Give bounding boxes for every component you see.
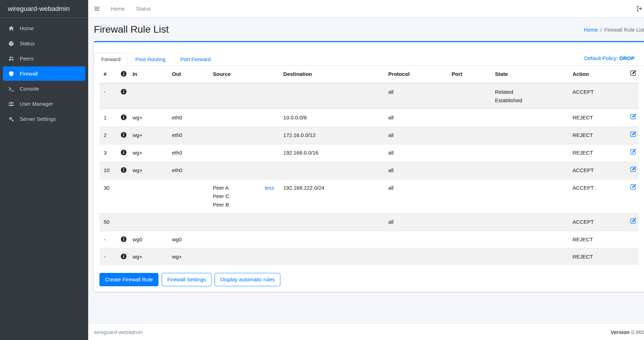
cell-protocol: all <box>384 179 447 214</box>
cell-info <box>116 127 128 144</box>
info-icon[interactable] <box>121 167 127 173</box>
source-peer: Peer B <box>213 201 275 209</box>
create-firewall-rule-button[interactable]: Create Firewall Rule <box>99 273 158 286</box>
brand-link[interactable]: wireguard-webadmin <box>0 0 88 18</box>
sidebar-item-label: Home <box>20 25 34 31</box>
column-header-action: Action <box>568 66 625 83</box>
cell-rule-number: 30 <box>99 179 116 214</box>
cell-action: REJECT <box>568 231 625 248</box>
cell-rule-number-value: 30 <box>104 185 110 191</box>
edit-rule-button[interactable] <box>630 113 636 120</box>
cell-action-value: ACCEPT <box>572 167 594 173</box>
cell-in-interface-value: wg+ <box>132 115 142 120</box>
sidebar-item-peers[interactable]: Peers <box>3 51 85 66</box>
cell-destination <box>279 83 384 109</box>
column-header-out: Out <box>168 66 208 83</box>
firewall-settings-button[interactable]: Firewall Settings <box>162 273 212 286</box>
cell-info <box>116 214 128 231</box>
cell-destination-value: 192.168.0.0/16 <box>283 150 318 156</box>
default-policy-label: Default Policy: <box>584 55 618 61</box>
cell-protocol: all <box>384 109 447 127</box>
cell-edit <box>626 179 639 214</box>
tabs-row: ForwardPost RoutingPort Forward <box>94 42 644 66</box>
tab-forward[interactable]: Forward <box>94 53 128 66</box>
sidebar: wireguard-webadmin HomeStatusPeersFirewa… <box>0 0 88 340</box>
sidebar-item-status[interactable]: Status <box>3 36 85 51</box>
edit-rule-button[interactable] <box>630 184 636 190</box>
sidebar-item-user-manager[interactable]: User Manager <box>3 97 85 111</box>
cell-destination: 172.16.0.0/12 <box>279 127 384 144</box>
column-header-state: State <box>491 66 568 83</box>
cell-out-interface <box>168 214 208 231</box>
tab-post-routing[interactable]: Post Routing <box>128 53 173 66</box>
cell-rule-number-value: 50 <box>104 219 110 225</box>
sidebar-item-firewall[interactable]: Firewall <box>3 66 85 81</box>
hamburger-icon[interactable] <box>94 6 100 12</box>
info-icon[interactable] <box>121 149 127 156</box>
cell-edit <box>626 231 639 248</box>
cell-action-value: REJECT <box>572 254 593 260</box>
tab-port-forward[interactable]: Port Forward <box>173 53 218 66</box>
info-icon[interactable] <box>121 236 127 242</box>
edit-rule-button[interactable] <box>630 131 636 137</box>
cell-source <box>209 231 279 248</box>
sidebar-item-console[interactable]: Console <box>3 81 85 96</box>
table-row: 30Peer APeer CPeer Bless192.168.222.0/24… <box>99 179 639 214</box>
cell-protocol-value: all <box>388 115 393 120</box>
info-icon[interactable] <box>121 114 127 120</box>
cell-port <box>448 144 491 162</box>
info-icon[interactable] <box>121 89 127 95</box>
cell-state: RelatedEstablished <box>491 83 568 109</box>
cell-action-value: REJECT <box>572 115 593 120</box>
sign-out-icon[interactable] <box>635 4 644 13</box>
edit-rule-button[interactable] <box>630 218 636 224</box>
cell-protocol-value: all <box>388 150 393 156</box>
sidebar-item-server-settings[interactable]: Server Settings <box>3 112 85 126</box>
cell-rule-number: - <box>99 231 116 248</box>
cell-out-interface: eth0 <box>168 162 208 179</box>
cell-action: REJECT <box>568 248 625 266</box>
cell-edit <box>626 248 639 266</box>
edit-rule-button[interactable] <box>630 149 636 155</box>
info-icon[interactable] <box>121 132 127 138</box>
cell-protocol-value: all <box>388 89 393 95</box>
cell-protocol-value: all <box>388 167 393 173</box>
cell-destination-value: 172.16.0.0/12 <box>283 132 316 138</box>
cell-source: Peer APeer CPeer Bless <box>209 179 279 214</box>
cell-state <box>491 127 568 144</box>
cell-edit <box>626 214 639 231</box>
edit-rule-button[interactable] <box>630 166 636 172</box>
cell-source <box>209 214 279 231</box>
cell-info <box>116 109 128 127</box>
cell-action-value: REJECT <box>572 236 593 242</box>
less-link[interactable]: less <box>265 184 274 192</box>
cell-action: REJECT <box>568 109 625 127</box>
cell-action: ACCEPT <box>568 214 625 231</box>
cell-out-interface: wg0 <box>168 231 208 248</box>
navbar-link-home[interactable]: Home <box>105 3 130 14</box>
cell-protocol-value: all <box>388 219 393 225</box>
display-automatic-rules-button[interactable]: Display automatic rules <box>215 273 280 286</box>
cell-port <box>448 109 491 127</box>
cell-in-interface-value: wg+ <box>132 150 142 156</box>
default-policy-link[interactable]: Default Policy: DROP <box>584 55 635 61</box>
sidebar-item-label: Status <box>20 40 35 46</box>
navbar-link-status[interactable]: Status <box>130 3 157 14</box>
column-header-label: Protocol <box>388 71 410 77</box>
cell-in-interface: wg+ <box>128 248 168 266</box>
cell-source <box>209 83 279 109</box>
breadcrumb-home-link[interactable]: Home <box>584 27 598 33</box>
cell-source <box>209 144 279 162</box>
source-peer: Peer C <box>213 192 275 201</box>
table-row: 2wg+eth0172.16.0.0/12allREJECT <box>99 127 639 144</box>
cell-port <box>448 83 491 109</box>
cell-rule-number-value: - <box>104 89 105 95</box>
users-gear-icon <box>8 56 20 61</box>
cell-info <box>116 162 128 179</box>
cell-rule-number-value: - <box>104 254 105 260</box>
sidebar-item-home[interactable]: Home <box>3 21 85 35</box>
cell-port <box>448 214 491 231</box>
cell-info <box>116 179 128 214</box>
info-icon[interactable] <box>121 253 127 260</box>
cell-state <box>491 214 568 231</box>
